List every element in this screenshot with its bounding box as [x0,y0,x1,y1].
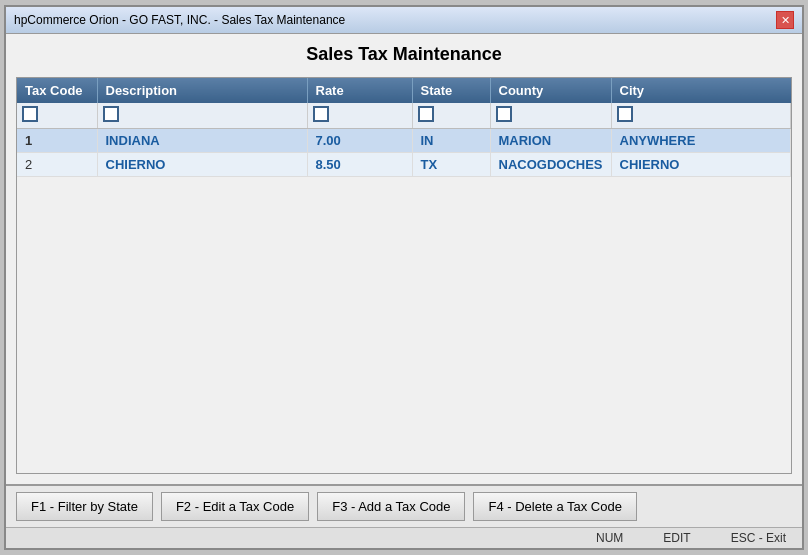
col-header-state: State [412,78,490,103]
filter-checkbox-state[interactable] [418,106,434,122]
filter-checkbox-taxcode[interactable] [22,106,38,122]
add-tax-code-button[interactable]: F3 - Add a Tax Code [317,492,465,521]
cell-city: ANYWHERE [611,129,790,153]
filter-checkbox-city[interactable] [617,106,633,122]
table-row[interactable]: 1INDIANA7.00INMARIONANYWHERE [17,129,791,153]
cell-description: INDIANA [97,129,307,153]
filter-checkbox-rate[interactable] [313,106,329,122]
cell-rate: 7.00 [307,129,412,153]
window-title: hpCommerce Orion - GO FAST, INC. - Sales… [14,13,345,27]
col-header-county: County [490,78,611,103]
main-content: Sales Tax Maintenance Tax Code Descripti… [6,34,802,484]
footer: F1 - Filter by State F2 - Edit a Tax Cod… [6,484,802,527]
cell-rate: 8.50 [307,153,412,177]
status-esc: ESC - Exit [721,530,796,546]
filter-checkbox-description[interactable] [103,106,119,122]
delete-tax-code-button[interactable]: F4 - Delete a Tax Code [473,492,636,521]
cell-county: MARION [490,129,611,153]
page-title: Sales Tax Maintenance [16,44,792,65]
close-button[interactable]: ✕ [776,11,794,29]
filter-checkbox-county[interactable] [496,106,512,122]
cell-county: NACOGDOCHES [490,153,611,177]
col-header-rate: Rate [307,78,412,103]
col-header-description: Description [97,78,307,103]
cell-city: CHIERNO [611,153,790,177]
status-bar: NUM EDIT ESC - Exit [6,527,802,548]
status-num: NUM [586,530,633,546]
col-header-taxcode: Tax Code [17,78,97,103]
table-header-row: Tax Code Description Rate State County C… [17,78,791,103]
cell-description: CHIERNO [97,153,307,177]
filter-row [17,103,791,129]
cell-taxcode: 2 [17,153,97,177]
main-window: hpCommerce Orion - GO FAST, INC. - Sales… [4,5,804,550]
edit-tax-code-button[interactable]: F2 - Edit a Tax Code [161,492,309,521]
cell-taxcode: 1 [17,129,97,153]
tax-table-container: Tax Code Description Rate State County C… [16,77,792,474]
filter-by-state-button[interactable]: F1 - Filter by State [16,492,153,521]
table-row[interactable]: 2CHIERNO8.50TXNACOGDOCHESCHIERNO [17,153,791,177]
title-bar: hpCommerce Orion - GO FAST, INC. - Sales… [6,7,802,34]
cell-state: IN [412,129,490,153]
tax-table: Tax Code Description Rate State County C… [17,78,791,177]
status-edit: EDIT [653,530,700,546]
col-header-city: City [611,78,790,103]
cell-state: TX [412,153,490,177]
